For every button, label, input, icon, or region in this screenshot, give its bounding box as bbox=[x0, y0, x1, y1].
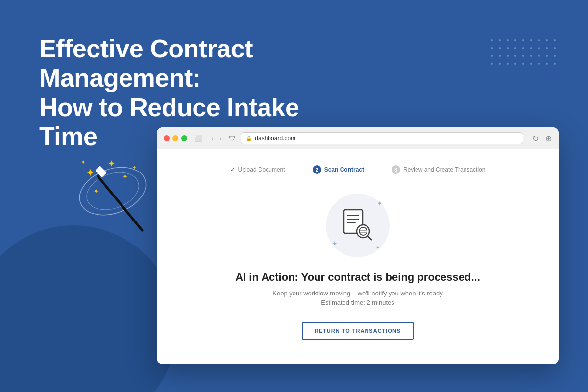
dot bbox=[522, 47, 524, 49]
svg-text:✦: ✦ bbox=[108, 159, 115, 169]
svg-text:✦: ✦ bbox=[122, 173, 128, 180]
svg-text:✦: ✦ bbox=[81, 159, 86, 166]
traffic-lights bbox=[164, 135, 187, 141]
minimize-button[interactable] bbox=[172, 135, 178, 141]
forward-arrow-icon[interactable]: › bbox=[217, 133, 224, 143]
dot bbox=[514, 63, 516, 65]
dot bbox=[491, 39, 493, 41]
dot bbox=[522, 55, 524, 57]
step-2-number: 2 bbox=[313, 165, 321, 174]
dot bbox=[499, 63, 501, 65]
maximize-button[interactable] bbox=[181, 135, 187, 141]
dot bbox=[538, 55, 540, 57]
dot bbox=[554, 63, 556, 65]
lock-icon: 🔒 bbox=[246, 136, 252, 141]
dot bbox=[538, 63, 540, 65]
main-title: AI in Action: Your contract is being pro… bbox=[235, 271, 480, 284]
dot bbox=[522, 39, 524, 41]
return-to-transactions-button[interactable]: RETURN TO TRANSACTIONS bbox=[302, 322, 414, 340]
dot bbox=[499, 39, 501, 41]
dot bbox=[530, 55, 532, 57]
step-2-label: Scan Contract bbox=[324, 166, 364, 173]
dot bbox=[491, 55, 493, 57]
scan-document-icon bbox=[338, 206, 377, 245]
dot bbox=[491, 63, 493, 65]
subtitle-2: Estimated time: 2 minutes bbox=[321, 299, 394, 306]
svg-text:✦: ✦ bbox=[86, 167, 95, 179]
dot bbox=[554, 47, 556, 49]
dot bbox=[499, 55, 501, 57]
headline-line1: Effective Contract Management: bbox=[39, 34, 323, 93]
dot bbox=[538, 39, 540, 41]
sparkle-icon-2: ✦ bbox=[332, 240, 338, 247]
dot bbox=[507, 55, 509, 57]
stepper: ✓ Upload Document 2 Scan Contract 3 Revi… bbox=[176, 165, 539, 174]
main-content: ✦ ✦ ✦ AI in Action: Your contract is bei… bbox=[176, 194, 539, 340]
step-connector-2 bbox=[368, 170, 388, 170]
svg-text:✦: ✦ bbox=[132, 165, 136, 170]
nav-arrows: ‹ › bbox=[209, 133, 224, 143]
svg-point-15 bbox=[359, 227, 367, 235]
dot bbox=[507, 47, 509, 49]
dot bbox=[522, 63, 524, 65]
dot bbox=[546, 39, 548, 41]
browser-window: ⬜ ‹ › 🛡 🔒 dashboard.com ↻ ⊕ ✓ Upload Doc… bbox=[157, 127, 559, 364]
sparkle-icon-3: ✦ bbox=[376, 245, 380, 250]
step-3: 3 Review and Create Transaction bbox=[392, 165, 485, 174]
dot bbox=[514, 55, 516, 57]
step-3-label: Review and Create Transaction bbox=[403, 166, 485, 173]
dot bbox=[546, 47, 548, 49]
sparkle-icon-1: ✦ bbox=[377, 199, 383, 207]
dot bbox=[514, 39, 516, 41]
step-1-label: Upload Document bbox=[238, 166, 285, 173]
shield-icon: 🛡 bbox=[229, 134, 236, 142]
dot bbox=[491, 47, 493, 49]
browser-chrome: ⬜ ‹ › 🛡 🔒 dashboard.com ↻ ⊕ bbox=[157, 127, 559, 149]
subtitle-1: Keep your workflow moving – we'll notify… bbox=[272, 290, 442, 297]
step-1-check-icon: ✓ bbox=[230, 166, 235, 173]
refresh-icon[interactable]: ↻ bbox=[532, 134, 539, 143]
dot bbox=[538, 47, 540, 49]
dot bbox=[546, 55, 548, 57]
dot bbox=[507, 39, 509, 41]
step-2: 2 Scan Contract bbox=[313, 165, 364, 174]
dot bbox=[530, 63, 532, 65]
dot-grid: // Dots will be rendered below bbox=[491, 39, 559, 68]
browser-content: ✓ Upload Document 2 Scan Contract 3 Revi… bbox=[157, 149, 559, 364]
step-3-number: 3 bbox=[392, 165, 400, 174]
svg-line-16 bbox=[368, 236, 371, 240]
step-connector-1 bbox=[289, 170, 309, 170]
dot bbox=[554, 55, 556, 57]
dot bbox=[530, 39, 532, 41]
tab-icon: ⬜ bbox=[192, 134, 204, 143]
more-options-icon[interactable]: ⊕ bbox=[545, 134, 552, 143]
dot bbox=[507, 63, 509, 65]
dot bbox=[554, 39, 556, 41]
step-1: ✓ Upload Document bbox=[230, 166, 285, 173]
dot bbox=[499, 47, 501, 49]
dot bbox=[514, 47, 516, 49]
dot bbox=[530, 47, 532, 49]
back-arrow-icon[interactable]: ‹ bbox=[209, 133, 216, 143]
url-text: dashboard.com bbox=[255, 135, 295, 142]
scan-icon-container: ✦ ✦ ✦ bbox=[326, 194, 390, 257]
address-bar[interactable]: 🔒 dashboard.com bbox=[241, 132, 523, 144]
close-button[interactable] bbox=[164, 135, 170, 141]
dot bbox=[546, 63, 548, 65]
wand-illustration: ✦ ✦ ✦ ✦ ✦ ✦ bbox=[59, 137, 167, 245]
svg-text:✦: ✦ bbox=[93, 187, 99, 195]
